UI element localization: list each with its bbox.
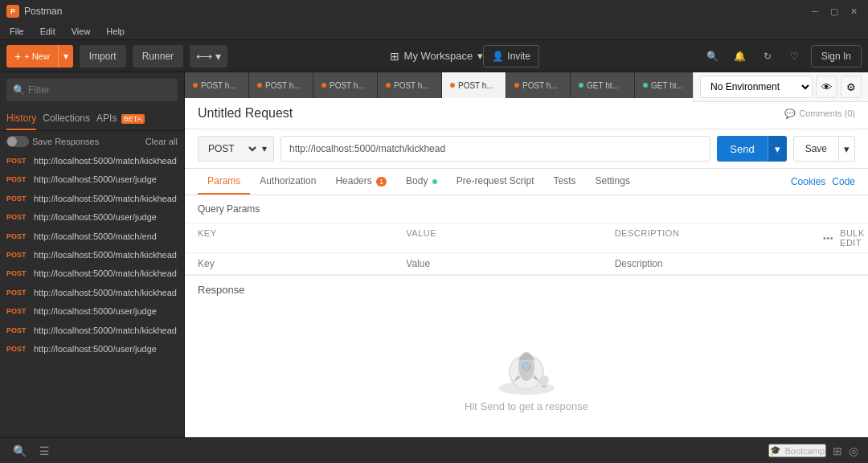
send-button[interactable]: Send [717, 136, 767, 162]
save-responses-wrap: Save Responses [6, 136, 99, 147]
notification-icon[interactable]: 🔔 [729, 45, 751, 68]
method-select[interactable]: POST GET PUT DELETE PATCH ▾ [198, 136, 274, 162]
request-tab[interactable]: POST h... [506, 72, 571, 98]
cookies-link[interactable]: Cookies [791, 176, 825, 187]
tab-apis[interactable]: APIs BETA [96, 108, 145, 130]
new-button-arrow[interactable]: ▾ [58, 45, 73, 68]
method-arrow-icon: ▾ [262, 143, 267, 154]
import-button[interactable]: Import [80, 45, 126, 68]
menu-file[interactable]: File [6, 25, 27, 38]
history-url: http://localhost:5000/match/kickhead [34, 193, 177, 205]
runner-button[interactable]: Runner [133, 45, 183, 68]
query-params-title: Query Params [185, 195, 868, 223]
workspace-arrow-icon: ▾ [477, 50, 483, 62]
bootcamp-button[interactable]: 🎓 Bootcamp [768, 444, 826, 457]
menu-view[interactable]: View [68, 25, 94, 38]
history-url: http://localhost:5000/match/kickhead [34, 268, 177, 280]
history-item[interactable]: POSThttp://localhost:5000/match/end [0, 227, 184, 246]
save-arrow-button[interactable]: ▾ [839, 136, 855, 162]
request-tab[interactable]: POST h... [185, 72, 249, 98]
more-dots-icon[interactable]: ••• [823, 233, 833, 243]
workspace-button[interactable]: ⊞ My Workspace ▾ [390, 50, 484, 63]
footer-right: 🎓 Bootcamp ⊞ ◎ [768, 444, 858, 457]
comments-icon: 💬 [784, 109, 796, 119]
method-badge: POST [6, 343, 29, 353]
beta-badge: BETA [121, 114, 145, 124]
request-area: POST h...POST h...POST h...POST h...POST… [185, 72, 868, 437]
value-input[interactable] [406, 258, 614, 269]
history-item[interactable]: POSThttp://localhost:5000/match/kickhead [0, 264, 184, 283]
rtab-prerequest[interactable]: Pre-request Script [447, 169, 544, 195]
bulk-edit-button[interactable]: Bulk Edit [840, 228, 865, 248]
history-item[interactable]: POSThttp://localhost:5000/user/judge [0, 340, 184, 359]
rtab-params[interactable]: Params [198, 169, 250, 195]
menu-edit[interactable]: Edit [37, 25, 59, 38]
history-item[interactable]: POSThttp://localhost:5000/match/kickhead [0, 190, 184, 208]
request-tab[interactable]: GET ht... [635, 72, 699, 98]
environment-eye-button[interactable]: 👁 [816, 76, 837, 98]
save-responses-toggle[interactable] [6, 136, 29, 147]
clear-all-button[interactable]: Clear all [145, 137, 178, 146]
footer-cookie-icon[interactable]: ⊞ [833, 445, 842, 457]
minimize-button[interactable]: ─ [807, 3, 823, 19]
tab-collections[interactable]: Collections [43, 108, 90, 130]
save-button-wrap: Save ▾ [793, 136, 855, 162]
history-item[interactable]: POSThttp://localhost:5000/match/kickhead [0, 246, 184, 264]
history-item[interactable]: POSThttp://localhost:5000/user/judge [0, 170, 184, 189]
rtab-tests[interactable]: Tests [544, 169, 586, 195]
history-url: http://localhost:5000/match/end [34, 231, 157, 243]
rtab-settings[interactable]: Settings [586, 169, 640, 195]
close-button[interactable]: ✕ [845, 3, 862, 19]
api-button[interactable]: ⟷ ▾ [190, 45, 227, 68]
method-badge: POST [6, 325, 29, 334]
request-tab[interactable]: GET ht... [571, 72, 635, 98]
request-tab[interactable]: POST h... [442, 72, 506, 98]
comments-link[interactable]: 💬 Comments (0) [784, 109, 855, 119]
environment-select[interactable]: No Environment [700, 76, 813, 98]
key-input[interactable] [198, 258, 406, 269]
history-item[interactable]: POSThttp://localhost:5000/match/kickhead [0, 322, 184, 340]
rtab-headers[interactable]: Headers 1 [326, 169, 396, 195]
history-item[interactable]: POSThttp://localhost:5000/user/judge [0, 302, 184, 321]
search-wrap: 🔍 [6, 79, 178, 101]
search-input[interactable] [28, 84, 171, 96]
new-button[interactable]: + + New ▾ [6, 45, 73, 68]
footer-capture-icon[interactable]: ◎ [849, 445, 858, 457]
tab-text: POST h... [522, 81, 562, 90]
send-arrow-button[interactable]: ▾ [768, 136, 787, 162]
sync-icon[interactable]: ↻ [756, 45, 779, 68]
history-url: http://localhost:5000/match/kickhead [34, 287, 177, 299]
rtab-authorization[interactable]: Authorization [250, 169, 326, 195]
search-icon: 🔍 [13, 84, 25, 96]
request-tab[interactable]: POST h... [249, 72, 313, 98]
environment-settings-button[interactable]: ⚙ [841, 76, 862, 98]
history-item[interactable]: POSThttp://localhost:5000/match/kickhead [0, 284, 184, 302]
history-item[interactable]: POSThttp://localhost:5000/user/judge [0, 208, 184, 227]
footer-search-icon[interactable]: 🔍 [10, 443, 30, 459]
titlebar: P Postman ─ ▢ ✕ [0, 0, 868, 23]
maximize-button[interactable]: ▢ [826, 3, 842, 19]
signin-button[interactable]: Sign In [811, 45, 862, 68]
menubar: File Edit View Help [0, 23, 868, 40]
method-badge: POST [6, 249, 29, 259]
rtab-body[interactable]: Body [396, 169, 447, 195]
url-input[interactable] [280, 136, 710, 162]
tab-history[interactable]: History [6, 108, 36, 130]
method-dropdown[interactable]: POST GET PUT DELETE PATCH [205, 142, 259, 155]
code-link[interactable]: Code [832, 176, 855, 187]
history-item[interactable]: POSThttp://localhost:5000/match/kickhead [0, 152, 184, 170]
invite-button[interactable]: 👤 Invite [483, 45, 539, 68]
description-input[interactable] [615, 258, 823, 269]
history-url: http://localhost:5000/match/kickhead [34, 325, 177, 337]
key-column-header: KEY [198, 228, 406, 248]
request-param-tabs: Params Authorization Headers 1 Body Pre-… [185, 169, 868, 195]
settings-icon[interactable]: ♡ [784, 45, 806, 68]
footer-layout-icon[interactable]: ☰ [36, 443, 53, 459]
search-globe-icon[interactable]: 🔍 [702, 45, 724, 68]
params-section: Query Params KEY VALUE DESCRIPTION ••• B… [185, 195, 868, 437]
tab-method-dot [321, 83, 326, 88]
request-tab[interactable]: POST h... [378, 72, 442, 98]
request-tab[interactable]: POST h... [313, 72, 378, 98]
save-button[interactable]: Save [793, 136, 839, 162]
menu-help[interactable]: Help [103, 25, 128, 38]
